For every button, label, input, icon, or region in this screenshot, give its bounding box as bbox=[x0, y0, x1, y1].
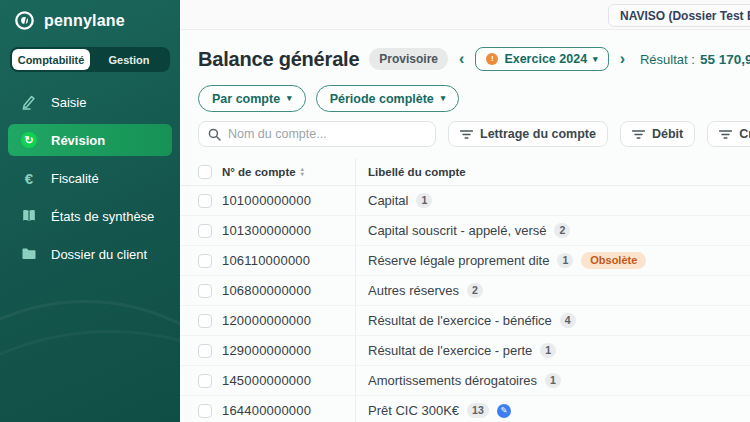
select-all-cell bbox=[198, 165, 212, 179]
table-row[interactable]: 129000000000 Résultat de l'exercice - pe… bbox=[180, 336, 750, 366]
row-checkbox-cell bbox=[198, 344, 212, 358]
sidebar-item-label: Saisie bbox=[51, 95, 86, 110]
warning-dot-icon: ! bbox=[486, 53, 498, 65]
account-label: Réserve légale proprement dite bbox=[368, 253, 549, 268]
column-label: N° de compte bbox=[222, 166, 296, 178]
count-badge: 1 bbox=[557, 253, 573, 268]
table-row[interactable]: 164400000000 Prêt CIC 300K€ 13 ✎ bbox=[180, 396, 750, 422]
account-label-cell: Réserve légale proprement dite 1 Obsolèt… bbox=[355, 246, 750, 275]
account-label: Capital souscrit - appelé, versé bbox=[368, 223, 546, 238]
table-header: N° de compte ▴ ▾ Libellé du compte bbox=[180, 158, 750, 186]
sidebar-item-saisie[interactable]: Saisie bbox=[8, 86, 172, 118]
row-checkbox[interactable] bbox=[198, 344, 212, 358]
edit-annotation-icon[interactable]: ✎ bbox=[497, 404, 511, 418]
company-selector-button[interactable]: NAVISO (Dossier Test E bbox=[608, 4, 750, 27]
filter-icon bbox=[719, 129, 732, 140]
book-icon bbox=[20, 207, 38, 225]
caret-down-icon: ▾ bbox=[287, 94, 292, 103]
obsolete-badge: Obsolète bbox=[581, 252, 646, 269]
account-label-cell: Prêt CIC 300K€ 13 ✎ bbox=[355, 396, 750, 422]
column-header-account-label[interactable]: Libellé du compte bbox=[355, 158, 750, 185]
balance-table: N° de compte ▴ ▾ Libellé du compte 10100… bbox=[180, 158, 750, 422]
pennylane-logo-icon bbox=[14, 10, 35, 31]
exercise-selector-button[interactable]: ! Exercice 2024 ▾ bbox=[475, 47, 608, 71]
row-checkbox[interactable] bbox=[198, 284, 212, 298]
account-label: Résultat de l'exercice - perte bbox=[368, 343, 532, 358]
page-header: Balance générale Provisoire ‹ ! Exercice… bbox=[198, 44, 750, 74]
sidebar-item-label: Révision bbox=[51, 133, 105, 148]
account-label-cell: Autres réserves 2 bbox=[355, 276, 750, 305]
filter-label: Crédit bbox=[739, 127, 750, 141]
count-badge: 1 bbox=[416, 193, 432, 208]
table-row[interactable]: 145000000000 Amortissements dérogatoires… bbox=[180, 366, 750, 396]
row-checkbox[interactable] bbox=[198, 194, 212, 208]
account-label-cell: Résultat de l'exercice - bénéfice 4 bbox=[355, 306, 750, 335]
search-filter-row: Lettrage du compte Débit Crédit bbox=[198, 121, 750, 147]
table-row[interactable]: 106110000000 Réserve légale proprement d… bbox=[180, 246, 750, 276]
count-badge: 4 bbox=[560, 313, 576, 328]
sidebar-item-dossier-du-client[interactable]: Dossier du client bbox=[8, 238, 172, 270]
group-by-button[interactable]: Par compte ▾ bbox=[198, 85, 306, 112]
account-label-cell: Capital 1 bbox=[355, 186, 750, 215]
account-label: Capital bbox=[368, 193, 408, 208]
row-checkbox[interactable] bbox=[198, 224, 212, 238]
sidebar-item-label: États de synthèse bbox=[51, 209, 154, 224]
caret-down-icon: ▾ bbox=[441, 94, 446, 103]
account-number: 145000000000 bbox=[222, 373, 355, 388]
table-row[interactable]: 101300000000 Capital souscrit - appelé, … bbox=[180, 216, 750, 246]
row-checkbox[interactable] bbox=[198, 374, 212, 388]
euro-icon: € bbox=[20, 169, 38, 187]
group-by-label: Par compte bbox=[212, 92, 280, 106]
filter-label: Lettrage du compte bbox=[480, 127, 596, 141]
result-summary: Résultat : 55 170,90 € bbox=[640, 52, 750, 67]
count-badge: 13 bbox=[467, 403, 489, 418]
period-button[interactable]: Période complète ▾ bbox=[316, 85, 460, 112]
chevron-right-icon[interactable]: › bbox=[619, 51, 626, 67]
account-label: Résultat de l'exercice - bénéfice bbox=[368, 313, 552, 328]
sidebar-item-label: Dossier du client bbox=[51, 247, 147, 262]
main-content: Balance générale Provisoire ‹ ! Exercice… bbox=[180, 30, 750, 422]
period-label: Période complète bbox=[330, 92, 434, 106]
filter-debit-button[interactable]: Débit bbox=[620, 121, 695, 147]
row-checkbox-cell bbox=[198, 374, 212, 388]
result-value: 55 170,90 bbox=[700, 52, 750, 67]
row-checkbox-cell bbox=[198, 404, 212, 418]
toggle-gestion[interactable]: Gestion bbox=[90, 49, 168, 70]
filter-credit-button[interactable]: Crédit bbox=[707, 121, 750, 147]
table-row[interactable]: 120000000000 Résultat de l'exercice - bé… bbox=[180, 306, 750, 336]
account-label-cell: Résultat de l'exercice - perte 1 bbox=[355, 336, 750, 365]
sidebar-decorative-curve bbox=[0, 330, 180, 422]
toggle-comptabilite[interactable]: Comptabilité bbox=[12, 49, 90, 70]
row-checkbox[interactable] bbox=[198, 314, 212, 328]
sidebar-item-fiscalite[interactable]: € Fiscalité bbox=[8, 162, 172, 194]
column-header-account-number[interactable]: N° de compte ▴ ▾ bbox=[222, 166, 355, 178]
sync-icon: ↻ bbox=[20, 131, 38, 149]
filter-lettrage-button[interactable]: Lettrage du compte bbox=[448, 121, 608, 147]
column-label: Libellé du compte bbox=[368, 166, 466, 178]
status-badge: Provisoire bbox=[369, 48, 448, 70]
account-number: 120000000000 bbox=[222, 313, 355, 328]
table-row[interactable]: 106800000000 Autres réserves 2 bbox=[180, 276, 750, 306]
search-input[interactable] bbox=[228, 127, 426, 141]
filter-label: Débit bbox=[652, 127, 683, 141]
filter-icon bbox=[460, 129, 473, 140]
filter-icon bbox=[632, 129, 645, 140]
sidebar-item-revision[interactable]: ↻ Révision bbox=[8, 124, 172, 156]
pennylane-logo: pennylane bbox=[0, 0, 180, 39]
chevron-left-icon[interactable]: ‹ bbox=[458, 51, 465, 67]
table-row[interactable]: 101000000000 Capital 1 bbox=[180, 186, 750, 216]
select-all-checkbox[interactable] bbox=[198, 165, 212, 179]
sort-icon[interactable]: ▴ ▾ bbox=[301, 167, 304, 177]
sidebar-item-etats-de-synthese[interactable]: États de synthèse bbox=[8, 200, 172, 232]
row-checkbox-cell bbox=[198, 254, 212, 268]
caret-down-icon: ▾ bbox=[593, 55, 598, 64]
row-checkbox[interactable] bbox=[198, 404, 212, 418]
sidebar-nav: Saisie ↻ Révision € Fiscalité États de s… bbox=[0, 86, 180, 270]
count-badge: 1 bbox=[540, 343, 556, 358]
row-checkbox[interactable] bbox=[198, 254, 212, 268]
result-label: Résultat : bbox=[640, 52, 695, 67]
search-icon bbox=[208, 128, 221, 141]
exercise-label: Exercice 2024 bbox=[504, 52, 587, 66]
search-box bbox=[198, 121, 436, 147]
count-badge: 2 bbox=[554, 223, 570, 238]
